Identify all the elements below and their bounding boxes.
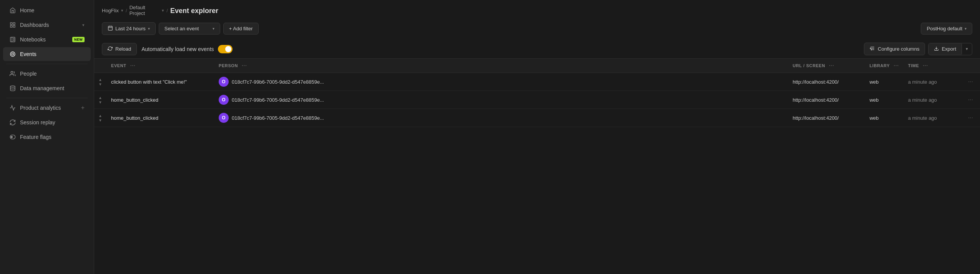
col-person-header: PERSON ··· — [214, 59, 788, 73]
library-cell-2: web — [865, 109, 903, 127]
add-filter-button[interactable]: + Add filter — [223, 23, 259, 35]
session-replay-icon — [9, 119, 16, 126]
reload-button[interactable]: Reload — [102, 43, 137, 55]
sidebar-item-dashboards[interactable]: Dashboards ▾ — [3, 18, 91, 32]
breadcrumb-sep-2: / — [166, 8, 168, 13]
person-col-options[interactable]: ··· — [242, 63, 247, 69]
table-row[interactable]: ▲ ▼ home_button_clicked O 018cf7c7-99b6-… — [94, 109, 980, 127]
row-options-icon-1[interactable]: ··· — [966, 96, 975, 103]
breadcrumb-project[interactable]: Default Project — [130, 5, 160, 16]
auto-load-group: Automatically load new events — [141, 45, 232, 53]
chevron-up-icon: ▲ — [98, 96, 102, 100]
event-cell-2: home_button_clicked — [106, 109, 214, 127]
chevron-up-icon: ▲ — [98, 78, 102, 82]
col-expand — [94, 59, 106, 73]
export-dropdown-arrow[interactable]: ▾ — [962, 44, 972, 54]
col-event-header: EVENT ··· — [106, 59, 214, 73]
breadcrumb-org[interactable]: HogFlix — [102, 8, 119, 13]
row-more-1[interactable]: ··· — [961, 91, 980, 109]
home-icon — [9, 7, 16, 14]
chevron-down-icon: ▼ — [98, 118, 102, 122]
time-range-button[interactable]: Last 24 hours ▾ — [102, 22, 156, 35]
time-cell-1: a minute ago — [904, 91, 961, 109]
row-options-icon-2[interactable]: ··· — [966, 114, 975, 121]
person-cell-inner-0: O 018cf7c7-99b6-7005-9dd2-d547e8859e... — [219, 77, 783, 87]
sidebar-item-dashboards-label: Dashboards — [20, 22, 78, 28]
person-cell-0: O 018cf7c7-99b6-7005-9dd2-d547e8859e... — [214, 73, 788, 91]
svg-point-14 — [11, 136, 12, 138]
dashboards-icon — [9, 21, 16, 28]
breadcrumb-project-arrow: ▾ — [162, 8, 164, 13]
table-row[interactable]: ▲ ▼ clicked button with text "Click me!"… — [94, 73, 980, 91]
sidebar-divider-2 — [6, 98, 88, 98]
svg-point-9 — [10, 52, 15, 56]
auto-load-toggle[interactable] — [218, 45, 233, 53]
sidebar-item-session-replay[interactable]: Session replay — [3, 116, 91, 129]
time-col-label: TIME — [908, 63, 919, 68]
chevron-down-icon: ▾ — [82, 23, 85, 28]
sidebar-item-events-label: Events — [20, 51, 85, 57]
col-time-header: TIME ··· — [904, 59, 961, 73]
url-col-label: URL / SCREEN — [792, 63, 825, 68]
time-col-options[interactable]: ··· — [923, 63, 928, 69]
sidebar-item-events[interactable]: Events — [3, 47, 91, 61]
toolbar: Last 24 hours ▾ Select an event ▾ + Add … — [94, 18, 980, 40]
svg-rect-0 — [10, 23, 12, 25]
events-icon — [9, 51, 16, 58]
col-url-header: URL / SCREEN ··· — [788, 59, 865, 73]
export-button[interactable]: Export — [929, 43, 962, 55]
svg-point-11 — [11, 71, 13, 73]
people-icon — [9, 70, 16, 77]
sidebar-item-home-label: Home — [20, 7, 85, 13]
event-col-options[interactable]: ··· — [130, 63, 135, 69]
time-cell-0: a minute ago — [904, 73, 961, 91]
data-management-icon — [9, 85, 16, 92]
expand-button-1[interactable]: ▲ ▼ — [97, 96, 103, 104]
chevron-down-icon: ▼ — [98, 82, 102, 86]
expand-button-2[interactable]: ▲ ▼ — [97, 114, 103, 122]
sidebar-item-data-management-label: Data management — [20, 85, 85, 91]
url-cell-2: http://localhost:4200/ — [788, 109, 865, 127]
posthog-default-label: PostHog default — [927, 26, 962, 31]
row-options-icon-0[interactable]: ··· — [966, 78, 975, 85]
sidebar-item-feature-flags[interactable]: Feature flags — [3, 130, 91, 144]
row-expand-0[interactable]: ▲ ▼ — [94, 73, 106, 91]
sidebar-item-people[interactable]: People — [3, 67, 91, 81]
table-row[interactable]: ▲ ▼ home_button_clicked O 018cf7c7-99b6-… — [94, 91, 980, 109]
breadcrumb-org-arrow: ▾ — [121, 8, 123, 13]
product-analytics-icon — [9, 104, 16, 111]
svg-rect-1 — [13, 23, 15, 25]
row-expand-2[interactable]: ▲ ▼ — [94, 109, 106, 127]
url-col-options[interactable]: ··· — [829, 63, 834, 69]
avatar-0: O — [219, 77, 229, 87]
col-more-header — [961, 59, 980, 73]
notebooks-icon — [9, 36, 16, 43]
row-more-2[interactable]: ··· — [961, 109, 980, 127]
row-expand-1[interactable]: ▲ ▼ — [94, 91, 106, 109]
new-badge: NEW — [72, 37, 85, 42]
select-event-button[interactable]: Select an event ▾ — [159, 23, 220, 35]
person-id-2: 018cf7c7-99b6-7005-9dd2-d547e8859e... — [232, 115, 324, 121]
sidebar-item-session-replay-label: Session replay — [20, 119, 85, 125]
expand-button-0[interactable]: ▲ ▼ — [97, 78, 103, 86]
svg-rect-15 — [108, 26, 113, 30]
chevron-up-icon: ▲ — [98, 114, 102, 118]
calendar-icon — [108, 25, 113, 32]
library-col-options[interactable]: ··· — [894, 63, 899, 69]
person-cell-inner-1: O 018cf7c7-99b6-7005-9dd2-d547e8859e... — [219, 95, 783, 105]
sidebar-item-product-analytics[interactable]: Product analytics + — [3, 101, 91, 115]
person-col-label: PERSON — [219, 63, 238, 68]
row-more-0[interactable]: ··· — [961, 73, 980, 91]
sidebar-item-home[interactable]: Home — [3, 3, 91, 17]
sidebar-item-notebooks-label: Notebooks — [20, 36, 68, 43]
auto-load-label: Automatically load new events — [141, 46, 214, 52]
person-cell-2: O 018cf7c7-99b6-7005-9dd2-d547e8859e... — [214, 109, 788, 127]
add-icon[interactable]: + — [81, 104, 85, 111]
configure-columns-button[interactable]: Configure columns — [864, 43, 925, 55]
reload-label: Reload — [115, 46, 131, 52]
posthog-default-button[interactable]: PostHog default ▾ — [921, 23, 972, 35]
time-cell-2: a minute ago — [904, 109, 961, 127]
controls-bar: Reload Automatically load new events Con… — [94, 40, 980, 58]
sidebar-item-notebooks[interactable]: Notebooks NEW — [3, 33, 91, 46]
sidebar-item-data-management[interactable]: Data management — [3, 81, 91, 95]
